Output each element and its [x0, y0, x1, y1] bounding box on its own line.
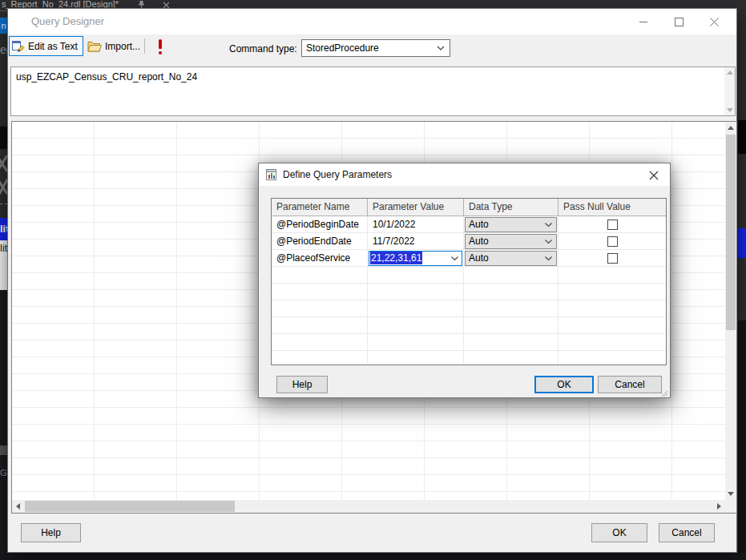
empty-cell	[464, 334, 558, 350]
command-type-select[interactable]: StoredProcedure	[301, 39, 450, 57]
grid-vertical-scrollbar[interactable]	[725, 122, 736, 500]
right-black-fragment	[738, 120, 746, 154]
list-item-fragment[interactable]: lit	[0, 240, 7, 290]
parameter-name-cell[interactable]: @PeriodBeginDate	[272, 216, 368, 232]
data-type-dropdown[interactable]: Auto	[465, 251, 557, 266]
pass-null-checkbox[interactable]	[607, 236, 618, 247]
dialog-ok-button[interactable]: OK	[534, 376, 594, 393]
open-folder-icon	[87, 41, 102, 52]
empty-cell	[558, 351, 666, 365]
pass-null-cell	[558, 233, 666, 249]
column-header[interactable]: Parameter Name	[272, 199, 368, 216]
toolbox-tab-fragment[interactable]: n	[0, 18, 7, 34]
query-text-scrollbar[interactable]	[724, 67, 735, 115]
resize-grip[interactable]	[661, 389, 668, 396]
dialog-cancel-button[interactable]: Cancel	[598, 376, 662, 393]
grid-horizontal-scrollbar[interactable]	[12, 500, 725, 513]
empty-cell	[558, 317, 666, 333]
parameter-row: @PeriodBeginDate10/1/2022Auto	[272, 216, 666, 233]
gray-bar-fragment	[0, 445, 7, 455]
dialog-title: Define Query Parameters	[283, 163, 392, 186]
scrollbar-corner	[725, 500, 736, 513]
column-header[interactable]: Parameter Value	[368, 199, 464, 216]
data-type-cell: Auto	[464, 216, 558, 232]
query-text: usp_EZCAP_Census_CRU_report_No_24	[16, 71, 720, 83]
close-icon	[649, 171, 659, 180]
parameter-row: @PeriodEndDate11/7/2022Auto	[272, 233, 666, 250]
selected-list-item-fragment[interactable]: lit	[0, 218, 7, 240]
background-bottom-strip	[0, 553, 746, 560]
minimize-button[interactable]	[626, 9, 661, 34]
toolbar-separator	[144, 38, 145, 54]
background-left-fragments: n egi lit lit Gro	[0, 11, 7, 560]
ok-button[interactable]: OK	[591, 523, 647, 542]
scroll-up-arrow[interactable]	[725, 122, 736, 134]
empty-cell	[272, 351, 368, 365]
empty-cell	[464, 317, 558, 333]
pass-null-checkbox[interactable]	[607, 253, 618, 264]
empty-cell	[368, 334, 464, 350]
dialog-close-button[interactable]	[647, 169, 660, 182]
empty-cell	[464, 267, 558, 283]
empty-cell	[368, 351, 464, 365]
right-dark-fragment	[738, 320, 746, 560]
empty-parameter-row	[272, 351, 666, 365]
parameter-name-cell[interactable]: @PlaceofService	[272, 250, 368, 266]
parameters-dialog-icon	[265, 168, 278, 183]
parameters-table: Parameter NameParameter ValueData TypePa…	[271, 198, 667, 365]
parameter-value-cell[interactable]: 11/7/2022	[368, 233, 464, 249]
chevron-down-icon	[545, 223, 556, 227]
empty-cell	[272, 267, 368, 283]
scroll-right-arrow[interactable]	[713, 500, 725, 513]
left-text-fragment-top: egi	[0, 40, 7, 59]
empty-cell	[368, 317, 464, 333]
empty-cell	[464, 300, 558, 316]
scroll-left-arrow[interactable]	[12, 500, 24, 513]
query-designer-toolbar: Edit as Text Import... Command type: Sto…	[8, 34, 736, 66]
empty-parameter-row	[272, 334, 666, 351]
empty-cell	[272, 317, 368, 333]
chevron-down-icon	[545, 240, 556, 244]
pass-null-cell	[558, 250, 666, 266]
scroll-down-arrow[interactable]	[724, 105, 735, 115]
help-button[interactable]: Help	[21, 523, 81, 542]
empty-cell	[272, 300, 368, 316]
empty-parameter-row	[272, 284, 666, 300]
column-header[interactable]: Pass Null Value	[558, 199, 666, 216]
data-type-dropdown[interactable]: Auto	[465, 234, 557, 249]
left-dark-panel-fragment: Gro	[0, 290, 7, 560]
pass-null-checkbox[interactable]	[607, 220, 618, 230]
empty-parameter-row	[272, 300, 666, 317]
dialog-titlebar[interactable]: Define Query Parameters	[259, 163, 670, 186]
scroll-up-arrow[interactable]	[724, 67, 735, 78]
edit-as-text-button[interactable]: Edit as Text	[9, 36, 83, 56]
parameter-value-combobox[interactable]: 21,22,31,61	[369, 251, 462, 266]
parameter-name-cell[interactable]: @PeriodEndDate	[272, 233, 368, 249]
background-right-fragments	[738, 0, 746, 560]
data-type-dropdown[interactable]: Auto	[465, 217, 557, 232]
query-text-area[interactable]: usp_EZCAP_Census_CRU_report_No_24	[10, 66, 736, 116]
horizontal-scroll-thumb[interactable]	[25, 501, 235, 512]
window-titlebar[interactable]: Query Designer	[8, 9, 736, 34]
scroll-down-arrow[interactable]	[725, 488, 736, 500]
command-type-label: Command type:	[229, 43, 297, 54]
empty-cell	[368, 300, 464, 316]
column-header[interactable]: Data Type	[464, 199, 558, 216]
parameter-value-cell[interactable]: 21,22,31,61	[368, 250, 464, 266]
empty-parameter-row	[272, 317, 666, 334]
import-button[interactable]: Import...	[84, 36, 143, 56]
empty-cell	[464, 351, 558, 365]
dialog-help-button[interactable]: Help	[276, 376, 328, 393]
empty-cell	[272, 334, 368, 350]
minimize-icon	[639, 18, 647, 26]
empty-cell	[558, 284, 666, 300]
maximize-button[interactable]	[661, 9, 696, 34]
vertical-scroll-thumb[interactable]	[726, 135, 736, 330]
empty-cell	[558, 267, 666, 283]
cancel-button[interactable]: Cancel	[659, 523, 715, 542]
close-button[interactable]	[696, 9, 732, 34]
pass-null-cell	[558, 216, 666, 232]
import-label: Import...	[105, 41, 140, 52]
error-exclamation-icon	[155, 38, 165, 57]
parameter-value-cell[interactable]: 10/1/2022	[368, 216, 464, 232]
